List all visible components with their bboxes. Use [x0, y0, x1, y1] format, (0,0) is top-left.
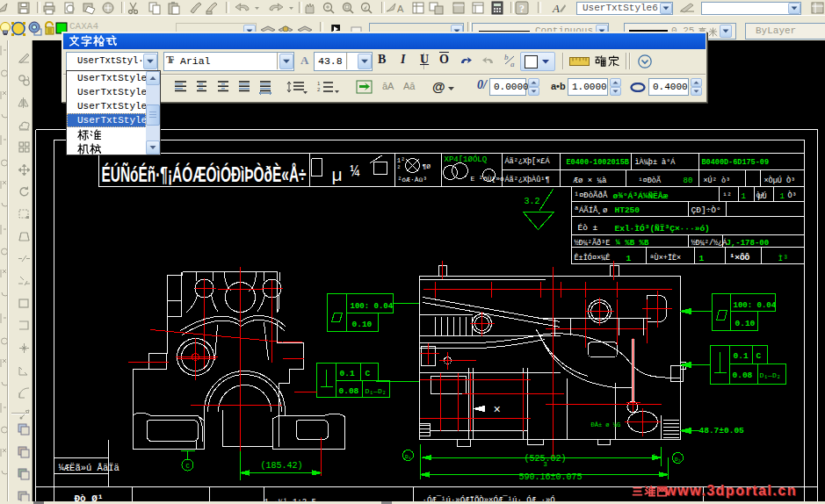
- svg-text:1²: 1²: [397, 156, 406, 164]
- svg-text:×: ×: [494, 403, 501, 417]
- svg-text:D₁: D₁: [405, 454, 411, 460]
- svg-text:XP4[1ØÓLQ: XP4[1ØÓLQ: [445, 155, 488, 164]
- svg-text:ªÙ×+ÏÈ×: ªÙ×+ÏÈ×: [650, 253, 682, 263]
- svg-text:1: 1: [742, 192, 746, 201]
- svg-text:Exl·ÌÓ³(ÑÏ³Ç×···»ó): Exl·ÌÓ³(ÑÏ³Ç×···»ó): [615, 224, 710, 234]
- svg-text:HT250: HT250: [615, 205, 640, 215]
- svg-text:A: A: [552, 2, 560, 15]
- svg-text:Éò ±: Éò ±: [578, 223, 598, 233]
- svg-text:¼: ¼: [351, 162, 360, 180]
- svg-text:C: C: [365, 369, 371, 378]
- svg-text:½Ð¼²/½¿Á: ½Ð¼²/½¿Á: [691, 238, 728, 248]
- svg-text:E0400-1002015B: E0400-1002015B: [567, 158, 629, 167]
- svg-text:Ðò Ø¹: Ðò Ø¹: [75, 493, 104, 502]
- svg-text:1: 1: [653, 453, 656, 460]
- svg-text:Ì³: Ì³: [778, 254, 788, 263]
- svg-text:3: 3: [544, 461, 547, 468]
- svg-text:(185.42): (185.42): [261, 461, 303, 471]
- svg-text:48.7±0.05: 48.7±0.05: [699, 426, 745, 436]
- svg-text:B0400D-6D175-09: B0400D-6D175-09: [702, 158, 770, 167]
- svg-text:a: a: [510, 60, 515, 68]
- svg-text:Áã²¿Xþ[×£Á: Áã²¿Xþ[×£Á: [505, 156, 551, 166]
- svg-text:80: 80: [684, 176, 693, 185]
- svg-text:ÐÅ± ø ¼G: ÐÅ± ø ¼G: [591, 421, 621, 428]
- svg-text:·ÓÆ¯¹ú·»ÓÆÏÕÒ»×ÓÆ¯¹ú· ÓÆ ·»Ó: ·ÓÆ¯¹ú·»ÓÆÏÕÒ»×ÓÆ¯¹ú· ÓÆ ·»Ó: [423, 495, 555, 502]
- svg-text:C: C: [185, 463, 189, 470]
- svg-text:¹¤ÐòÃðÅ: ¹¤ÐòÃðÅ: [575, 191, 608, 200]
- svg-text:?: ?: [519, 3, 525, 15]
- svg-text:¼ %B %B: ¼ %B %B: [616, 239, 649, 248]
- svg-text:ìÀ¼þ± à°Á: ìÀ¼þ± à°Á: [635, 157, 677, 167]
- svg-text:D₁—D₂: D₁—D₂: [760, 371, 781, 379]
- svg-text:3.2: 3.2: [525, 197, 540, 206]
- svg-text:²: ²: [397, 164, 402, 172]
- svg-text:1: 1: [780, 192, 785, 201]
- svg-text:0.1: 0.1: [734, 351, 749, 361]
- svg-text:¼ÆËã»ú ÅäÏä: ¼ÆËã»ú ÅäÏä: [59, 463, 119, 473]
- svg-text:¹¤ÐòÃ: ¹¤ÐòÃ: [639, 176, 662, 185]
- svg-text:D₂: D₂: [675, 457, 681, 463]
- svg-text:0.1: 0.1: [340, 369, 355, 378]
- svg-text:¹×ÔÔ: ¹×ÔÔ: [730, 253, 750, 263]
- svg-text:Æø × ¼à: Æø × ¼à: [574, 176, 607, 185]
- svg-text:ªÁÃÍÅ¸ø: ªÁÃÍÅ¸ø: [575, 205, 608, 215]
- svg-text:0.08: 0.08: [339, 386, 359, 396]
- svg-text:1: 1: [626, 254, 632, 263]
- svg-text:µ: µ: [332, 166, 343, 186]
- svg-text:0.08: 0.08: [733, 371, 753, 380]
- svg-text:1: 1: [699, 254, 705, 263]
- svg-text:×ÒµÚ Ò³: ×ÒµÚ Ò³: [764, 176, 796, 185]
- svg-text:A: A: [397, 4, 404, 14]
- svg-text:Ê±ÎÓ¤×¼Ê: Ê±ÎÓ¤×¼Ê: [575, 253, 611, 263]
- svg-text:0.10: 0.10: [352, 320, 373, 329]
- svg-text:×Ú² ò³: ×Ú² ò³: [704, 176, 731, 185]
- svg-text:ÇÐ]÷Ò°: ÇÐ]÷Ò°: [691, 205, 721, 215]
- svg-text:¹²: ¹²: [723, 191, 732, 200]
- svg-text:C: C: [756, 351, 762, 361]
- svg-text:ø¾°Á³Á¼ÑËÅæ: ø¾°Á³Á¼ÑËÅæ: [613, 191, 669, 201]
- svg-text:0.10: 0.10: [735, 319, 756, 328]
- svg-text:1: 1: [317, 81, 321, 86]
- svg-text:½Ð¼²Ãð³E: ½Ð¼²Ãð³E: [575, 238, 611, 248]
- svg-text:²óÆ·Àû³: ²óÆ·Àû³: [398, 176, 428, 184]
- svg-text:590.16±0.075: 590.16±0.075: [519, 472, 583, 482]
- svg-text:D₁—D₂: D₁—D₂: [365, 387, 387, 395]
- svg-text:100: 0.04: 100: 0.04: [734, 301, 777, 310]
- svg-text:b: b: [504, 53, 509, 61]
- svg-text:µÚ: µÚ: [758, 191, 767, 201]
- svg-text:J,-178-00: J,-178-00: [727, 239, 770, 248]
- svg-text:2: 2: [317, 87, 321, 92]
- svg-text:¶Ø: ¶Ø: [423, 162, 431, 170]
- svg-text:Ò³: Ò³: [788, 191, 797, 200]
- svg-text:ÉÚÑóÉñ·¶¡ÁÓÆÓìÓÐìÞÒðÈ«Å÷: ÉÚÑóÉñ·¶¡ÁÓÆÓìÓÐìÞÒðÈ«Å÷: [102, 162, 307, 186]
- svg-text:100: 0.04: 100: 0.04: [351, 302, 394, 311]
- svg-text:Áã²¿XþÀû¹¶: Áã²¿XþÀû¹¶: [505, 175, 550, 184]
